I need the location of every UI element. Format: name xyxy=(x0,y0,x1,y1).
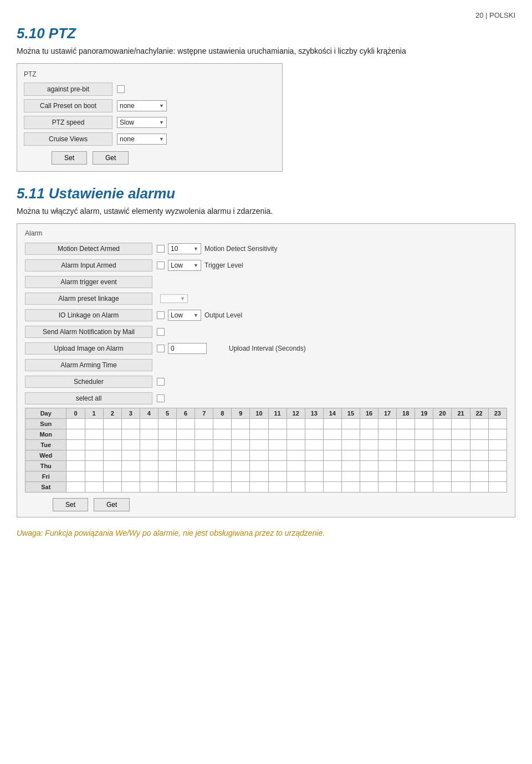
schedule-hour-17: 17 xyxy=(378,408,397,419)
schedule-cell-sun-19[interactable] xyxy=(415,419,433,429)
motion-detect-select[interactable]: 10 ▼ xyxy=(168,243,201,254)
schedule-cell-sun-11[interactable] xyxy=(268,419,287,429)
alarm-set-button[interactable]: Set xyxy=(53,498,88,511)
schedule-cell-sun-13[interactable] xyxy=(305,419,323,429)
alarm-row-send-notification: Send Alarm Notification by Mail xyxy=(25,325,507,339)
send-notification-checkbox[interactable] xyxy=(157,328,165,336)
schedule-row-sat: Sat xyxy=(25,482,507,493)
alarm-get-button[interactable]: Get xyxy=(94,498,130,511)
schedule-table: Day 0 1 2 3 4 5 6 7 8 9 10 11 12 13 14 1… xyxy=(25,408,507,493)
output-level-label: Output Level xyxy=(204,311,242,319)
schedule-cell-sun-2[interactable] xyxy=(103,419,121,429)
ptz-label-call-preset: Call Preset on boot xyxy=(24,99,112,112)
schedule-row-sun: Sun xyxy=(25,419,507,429)
select-all-checkbox[interactable] xyxy=(157,394,165,402)
schedule-day-header: Day xyxy=(25,408,66,419)
schedule-day-sun: Sun xyxy=(25,419,66,429)
note-text: Uwaga: Funkcja powiązania We/Wy po alarm… xyxy=(17,529,515,537)
schedule-day-fri: Fri xyxy=(25,471,66,482)
alarm-button-row: Set Get xyxy=(25,498,507,511)
schedule-day-tue: Tue xyxy=(25,440,66,450)
section2-title: 5.11 Ustawienie alarmu xyxy=(17,185,515,202)
call-preset-arrow: ▼ xyxy=(159,103,164,109)
cruise-views-select[interactable]: none ▼ xyxy=(117,134,167,145)
ptz-row-against-pre-bit: against pre-bit xyxy=(24,83,275,96)
ptz-speed-select[interactable]: Slow ▼ xyxy=(117,117,167,128)
schedule-day-mon: Mon xyxy=(25,429,66,440)
trigger-level-label: Trigger Level xyxy=(204,261,243,269)
ptz-panel-title: PTZ xyxy=(24,70,275,78)
schedule-cell-sun-10[interactable] xyxy=(250,419,268,429)
schedule-cell-sun-12[interactable] xyxy=(287,419,305,429)
ptz-label-against-pre-bit: against pre-bit xyxy=(24,83,112,96)
schedule-cell-sun-0[interactable] xyxy=(66,419,85,429)
schedule-cell-sun-18[interactable] xyxy=(397,419,415,429)
ptz-set-button[interactable]: Set xyxy=(52,151,87,165)
schedule-cell-sun-7[interactable] xyxy=(195,419,213,429)
alarm-row-preset-linkage: Alarm preset linkage ▼ xyxy=(25,291,507,306)
schedule-hour-1: 1 xyxy=(85,408,103,419)
io-linkage-select[interactable]: Low ▼ xyxy=(168,310,201,321)
schedule-day-sat: Sat xyxy=(25,482,66,493)
alarm-input-armed-checkbox[interactable] xyxy=(157,261,165,269)
page-number: 20 | POLSKI xyxy=(17,11,515,19)
io-linkage-checkbox[interactable] xyxy=(157,311,165,319)
schedule-row-thu: Thu xyxy=(25,461,507,471)
call-preset-value: none xyxy=(120,102,135,110)
schedule-cell-sun-23[interactable] xyxy=(488,419,507,429)
schedule-hour-19: 19 xyxy=(415,408,433,419)
schedule-cell-sun-3[interactable] xyxy=(121,419,140,429)
io-linkage-select-value: Low xyxy=(171,311,183,319)
schedule-cell-sun-20[interactable] xyxy=(433,419,452,429)
schedule-day-wed: Wed xyxy=(25,450,66,461)
schedule-hour-4: 4 xyxy=(140,408,158,419)
section1-title: 5.10 PTZ xyxy=(17,25,515,42)
schedule-hour-9: 9 xyxy=(232,408,250,419)
alarm-row-motion-detect: Motion Detect Armed 10 ▼ Motion Detect S… xyxy=(25,242,507,256)
schedule-hour-14: 14 xyxy=(323,408,341,419)
io-linkage-select-arrow: ▼ xyxy=(193,312,198,318)
schedule-hour-18: 18 xyxy=(397,408,415,419)
schedule-cell-sun-5[interactable] xyxy=(158,419,176,429)
upload-image-checkbox[interactable] xyxy=(157,345,165,352)
schedule-hour-20: 20 xyxy=(433,408,452,419)
upload-image-input[interactable]: 0 xyxy=(168,343,207,354)
schedule-cell-sun-15[interactable] xyxy=(341,419,360,429)
schedule-hour-8: 8 xyxy=(213,408,232,419)
motion-detect-checkbox[interactable] xyxy=(157,245,165,253)
alarm-input-armed-select-value: Low xyxy=(171,261,183,269)
against-pre-bit-checkbox[interactable] xyxy=(117,85,125,93)
schedule-cell-sun-4[interactable] xyxy=(140,419,158,429)
schedule-cell-sun-6[interactable] xyxy=(177,419,195,429)
alarm-row-trigger-event: Alarm trigger event xyxy=(25,275,507,289)
schedule-row-wed: Wed xyxy=(25,450,507,461)
call-preset-select[interactable]: none ▼ xyxy=(117,100,167,111)
schedule-hour-21: 21 xyxy=(452,408,470,419)
schedule-hour-23: 23 xyxy=(488,408,507,419)
ptz-panel: PTZ against pre-bit Call Preset on boot … xyxy=(17,63,283,172)
ptz-get-button[interactable]: Get xyxy=(93,151,129,165)
schedule-hour-6: 6 xyxy=(177,408,195,419)
schedule-cell-sun-9[interactable] xyxy=(232,419,250,429)
alarm-label-send-notification: Send Alarm Notification by Mail xyxy=(25,326,152,338)
alarm-row-upload-image: Upload Image on Alarm 0 Upload Interval … xyxy=(25,341,507,356)
motion-detect-select-arrow: ▼ xyxy=(193,246,198,252)
scheduler-checkbox[interactable] xyxy=(157,378,165,386)
schedule-cell-sun-1[interactable] xyxy=(85,419,103,429)
alarm-preset-linkage-select-wrapper: ▼ xyxy=(157,294,188,303)
section1-description: Można tu ustawić panoramowanie/nachylani… xyxy=(17,47,515,55)
schedule-header-row: Day 0 1 2 3 4 5 6 7 8 9 10 11 12 13 14 1… xyxy=(25,408,507,419)
ptz-label-cruise: Cruise Views xyxy=(24,132,112,146)
schedule-cell-mon-0[interactable] xyxy=(66,429,85,440)
schedule-cell-sun-22[interactable] xyxy=(470,419,488,429)
alarm-preset-linkage-select[interactable]: ▼ xyxy=(160,294,188,303)
schedule-cell-sun-8[interactable] xyxy=(213,419,232,429)
schedule-cell-sun-16[interactable] xyxy=(360,419,378,429)
schedule-hour-5: 5 xyxy=(158,408,176,419)
schedule-cell-sun-21[interactable] xyxy=(452,419,470,429)
alarm-input-armed-select[interactable]: Low ▼ xyxy=(168,260,201,271)
schedule-cell-sun-17[interactable] xyxy=(378,419,397,429)
schedule-cell-sun-14[interactable] xyxy=(323,419,341,429)
schedule-hour-15: 15 xyxy=(341,408,360,419)
alarm-row-io-linkage: IO Linkage on Alarm Low ▼ Output Level xyxy=(25,308,507,322)
